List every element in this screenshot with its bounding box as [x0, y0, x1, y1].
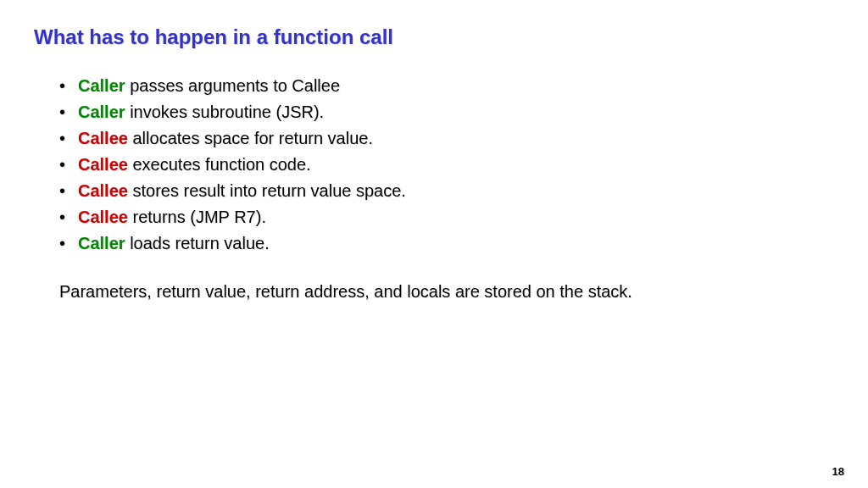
- list-item: Callee stores result into return value s…: [59, 178, 834, 204]
- bullet-text: allocates space for return value.: [128, 129, 373, 147]
- slide-title: What has to happen in a function call: [34, 25, 834, 49]
- role-label: Callee: [78, 155, 128, 174]
- role-label: Callee: [78, 129, 128, 147]
- bullet-text: executes function code.: [128, 155, 311, 174]
- role-label: Caller: [78, 234, 125, 252]
- bullet-text: passes arguments to Callee: [125, 76, 340, 95]
- list-item: Caller invokes subroutine (JSR).: [59, 99, 834, 125]
- list-item: Caller passes arguments to Callee: [59, 73, 834, 99]
- role-label: Callee: [78, 181, 128, 200]
- list-item: Callee returns (JMP R7).: [59, 204, 834, 230]
- role-label: Callee: [78, 208, 128, 226]
- bullet-text: returns (JMP R7).: [128, 208, 266, 226]
- list-item: Caller loads return value.: [59, 230, 834, 257]
- list-item: Callee allocates space for return value.: [59, 125, 834, 152]
- bullet-list: Caller passes arguments to Callee Caller…: [59, 73, 834, 257]
- role-label: Caller: [78, 103, 125, 121]
- list-item: Callee executes function code.: [59, 152, 834, 178]
- bullet-text: stores result into return value space.: [128, 181, 406, 200]
- page-number: 18: [832, 465, 844, 478]
- bullet-text: loads return value.: [125, 234, 270, 252]
- summary-text: Parameters, return value, return address…: [59, 282, 834, 302]
- role-label: Caller: [78, 76, 125, 95]
- bullet-text: invokes subroutine (JSR).: [125, 103, 325, 121]
